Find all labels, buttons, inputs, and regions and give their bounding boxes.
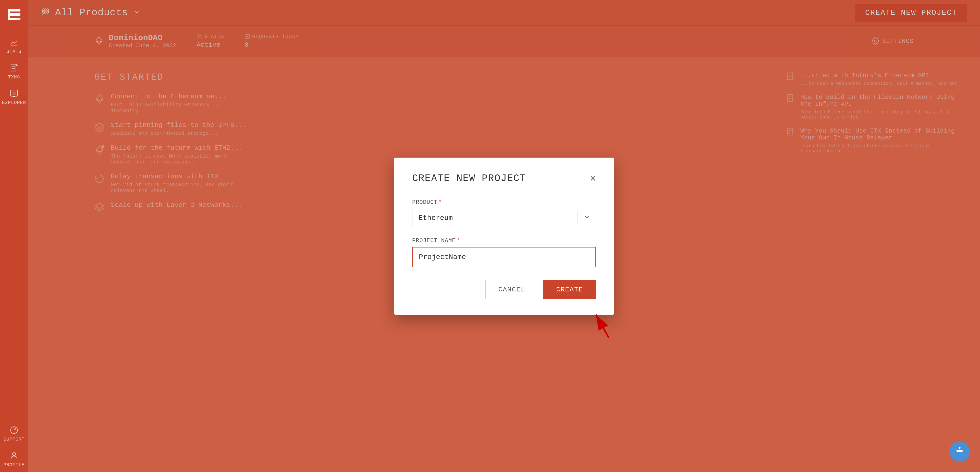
modal-create-button[interactable]: CREATE [543,280,596,299]
sidebar-item-txns-label: TXNS [8,75,20,80]
modal-product-select[interactable]: Ethereum IPFS ETH2 ITX [412,209,596,227]
modal-project-name-required: * [457,238,460,244]
sidebar-item-explorer[interactable]: EXPLORER [0,84,28,110]
svg-rect-3 [8,9,10,20]
sidebar-item-stats[interactable]: STATS [0,33,28,59]
modal-project-name-field: PROJECT NAME * [412,238,596,267]
modal-header: CREATE NEW PROJECT × [412,173,596,184]
arrow-annotation [568,294,619,340]
modal-product-field: PRODUCT * Ethereum IPFS ETH2 ITX [412,199,596,227]
modal-overlay: CREATE NEW PROJECT × PRODUCT * Ethereum … [28,0,980,472]
svg-rect-4 [11,64,16,71]
sidebar-item-support-label: SUPPORT [3,437,25,442]
sidebar: STATS TXNS EXPLORER SUPPORT [0,0,28,472]
sidebar-item-profile-label: PROFILE [3,462,25,467]
modal-product-required: * [438,199,442,206]
select-divider [578,211,578,225]
support-icon [10,426,19,435]
modal-product-label: PRODUCT * [412,199,596,206]
document-icon [10,63,19,73]
main-content: All Products CREATE NEW PROJECT Dominion… [28,0,980,472]
modal-close-button[interactable]: × [590,173,596,183]
svg-point-8 [13,92,15,94]
sidebar-item-txns[interactable]: TXNS [0,59,28,84]
create-project-modal: CREATE NEW PROJECT × PRODUCT * Ethereum … [394,158,614,315]
explorer-icon [10,89,19,98]
accessibility-icon [954,446,965,457]
svg-rect-7 [11,90,18,96]
modal-title: CREATE NEW PROJECT [412,173,526,184]
sidebar-item-support[interactable]: SUPPORT [0,421,28,446]
sidebar-item-profile[interactable]: PROFILE [0,446,28,472]
modal-product-select-wrapper: Ethereum IPFS ETH2 ITX [412,209,596,227]
svg-point-44 [959,447,960,449]
modal-actions: CANCEL CREATE [412,280,596,299]
modal-project-name-input[interactable] [412,247,596,267]
sidebar-item-explorer-label: EXPLORER [2,100,26,105]
sidebar-item-stats-label: STATS [6,49,21,54]
svg-point-13 [13,453,16,456]
chart-icon [10,38,19,47]
accessibility-button[interactable] [950,441,970,462]
modal-project-name-label: PROJECT NAME * [412,238,596,244]
sidebar-logo[interactable] [4,5,24,26]
profile-icon [10,451,19,460]
svg-point-12 [14,432,14,432]
modal-cancel-button[interactable]: CANCEL [485,280,538,299]
